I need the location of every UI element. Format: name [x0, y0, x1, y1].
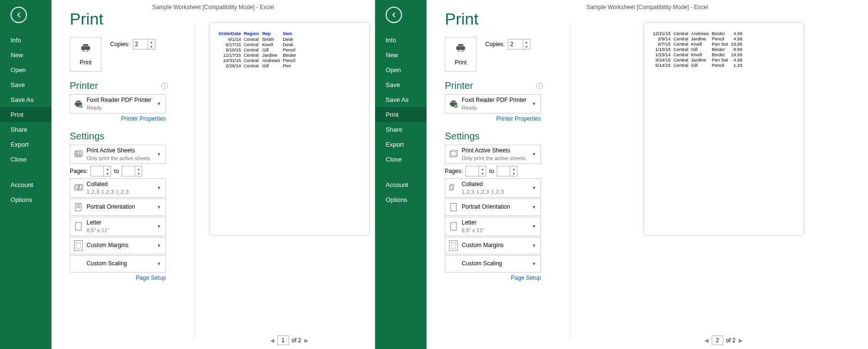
copies-spinner[interactable]: ▲▼: [508, 39, 530, 50]
print-button[interactable]: Print: [445, 37, 477, 72]
pages-to-spinner[interactable]: ▲▼: [497, 166, 517, 176]
sidebar-item-options[interactable]: Options: [0, 192, 51, 207]
back-button[interactable]: [386, 7, 402, 23]
sidebar-item-new[interactable]: New: [0, 48, 51, 62]
margins-dropdown[interactable]: Custom Margins ▼: [70, 237, 166, 254]
printer-dropdown[interactable]: Foxit Reader PDF Printer Ready ▼: [445, 94, 541, 113]
sidebar-item-info[interactable]: Info: [375, 33, 427, 48]
back-button[interactable]: [11, 7, 27, 23]
scaling-dropdown[interactable]: Custom Scaling ▼: [445, 255, 541, 273]
page-number-input[interactable]: [711, 336, 723, 345]
printer-dropdown[interactable]: Foxit Reader PDF Printer Ready ▼: [70, 94, 166, 113]
print-button[interactable]: Print: [70, 37, 101, 72]
orientation-label: Portrait Orientation: [462, 203, 532, 211]
print-what-dropdown[interactable]: Print Active Sheets Only print the activ…: [70, 145, 166, 164]
print-what-dropdown[interactable]: Print Active Sheets Only print the activ…: [445, 145, 541, 164]
prev-page-icon[interactable]: ◀: [704, 337, 708, 344]
spin-up-icon[interactable]: ▲: [135, 166, 142, 171]
chevron-down-icon: ▼: [532, 262, 541, 266]
spin-up-icon[interactable]: ▲: [148, 39, 155, 44]
preview-table: OrderDateRegionRepItem9/1/14CentralSmith…: [219, 31, 299, 68]
copies-input[interactable]: [508, 40, 523, 49]
pages-to-input[interactable]: [497, 167, 510, 175]
spin-down-icon[interactable]: ▼: [523, 44, 530, 49]
margins-label: Custom Margins: [87, 242, 157, 249]
sidebar-item-close[interactable]: Close: [0, 152, 51, 167]
spin-down-icon[interactable]: ▼: [104, 171, 111, 176]
spin-up-icon[interactable]: ▲: [104, 166, 111, 171]
sidebar-item-close[interactable]: Close: [375, 152, 427, 167]
pages-from-input[interactable]: [91, 167, 103, 175]
portrait-icon: [445, 203, 462, 212]
printer-name: Foxit Reader PDF Printer: [462, 97, 532, 104]
page-setup-link[interactable]: Page Setup: [445, 274, 541, 281]
paper-dropdown[interactable]: Letter 8.5" x 11" ▼: [445, 217, 541, 236]
sidebar-item-save-as[interactable]: Save As: [375, 92, 427, 107]
divider: [195, 23, 195, 339]
page-total: of 2: [726, 337, 735, 344]
spin-down-icon[interactable]: ▼: [148, 44, 155, 49]
spin-up-icon[interactable]: ▲: [479, 166, 486, 171]
sidebar-item-export[interactable]: Export: [375, 137, 427, 152]
svg-rect-7: [75, 186, 78, 190]
spin-down-icon[interactable]: ▼: [510, 171, 517, 176]
sidebar-item-print[interactable]: Print: [375, 107, 427, 122]
info-icon[interactable]: i: [536, 83, 543, 89]
scaling-dropdown[interactable]: Custom Scaling ▼: [70, 255, 166, 273]
print-what-title: Print Active Sheets: [462, 147, 532, 155]
page-setup-link[interactable]: Page Setup: [70, 274, 166, 281]
page-number-input[interactable]: [277, 336, 289, 345]
pages-to-spinner[interactable]: ▲▼: [122, 166, 142, 176]
pages-from-input[interactable]: [466, 167, 478, 175]
printer-name: Foxit Reader PDF Printer: [87, 97, 157, 104]
orientation-dropdown[interactable]: Portrait Orientation ▼: [445, 199, 541, 216]
sidebar-item-new[interactable]: New: [375, 48, 427, 62]
copies-spinner[interactable]: ▲ ▼: [133, 39, 155, 50]
orientation-dropdown[interactable]: Portrait Orientation ▼: [70, 199, 166, 216]
spin-down-icon[interactable]: ▼: [479, 171, 486, 176]
spin-up-icon[interactable]: ▲: [510, 166, 517, 171]
page-navigator: ◀ of 2 ▶: [270, 336, 308, 345]
printer-section-heading: Printer: [445, 80, 473, 91]
sidebar-item-save-as[interactable]: Save As: [0, 92, 51, 107]
sidebar-item-account[interactable]: Account: [0, 177, 51, 192]
spin-down-icon[interactable]: ▼: [135, 171, 142, 176]
svg-rect-11: [75, 203, 81, 211]
paper-title: Letter: [87, 219, 157, 227]
sidebar-item-share[interactable]: Share: [0, 122, 51, 137]
sidebar-item-info[interactable]: Info: [0, 33, 51, 48]
sidebar-item-save[interactable]: Save: [0, 77, 51, 92]
sidebar-item-open[interactable]: Open: [0, 62, 51, 77]
next-page-icon[interactable]: ▶: [304, 337, 308, 344]
info-icon[interactable]: i: [161, 83, 168, 89]
pages-from-spinner[interactable]: ▲▼: [465, 166, 486, 176]
chevron-down-icon: ▼: [157, 152, 165, 157]
pages-from-spinner[interactable]: ▲▼: [90, 166, 111, 176]
sidebar-item-save[interactable]: Save: [375, 77, 427, 92]
collated-dropdown[interactable]: Collated 1,2,3 1,2,3 1,2,3 ▼: [70, 178, 166, 198]
sidebar-item-print[interactable]: Print: [0, 107, 51, 122]
page-title: Print: [445, 10, 561, 28]
collated-sub: 1,2,3 1,2,3 1,2,3: [462, 188, 532, 195]
sidebar-item-export[interactable]: Export: [0, 137, 51, 152]
page-total: of 2: [291, 337, 301, 344]
spin-up-icon[interactable]: ▲: [523, 39, 530, 44]
sidebar-item-open[interactable]: Open: [375, 62, 427, 77]
printer-properties-link[interactable]: Printer Properties: [70, 115, 166, 122]
sidebar-item-share[interactable]: Share: [375, 122, 427, 137]
pages-to-input[interactable]: [122, 167, 135, 175]
margins-icon: [70, 240, 87, 251]
copies-input[interactable]: [133, 40, 148, 49]
sidebar-item-options[interactable]: Options: [375, 192, 427, 207]
paper-dropdown[interactable]: Letter 8.5" x 11" ▼: [70, 217, 166, 236]
collated-dropdown[interactable]: Collated 1,2,3 1,2,3 1,2,3 ▼: [445, 178, 541, 198]
chevron-down-icon: ▼: [157, 186, 165, 190]
page-navigator: ◀ of 2 ▶: [704, 336, 742, 345]
prev-page-icon[interactable]: ◀: [270, 337, 274, 344]
printer-properties-link[interactable]: Printer Properties: [445, 115, 541, 122]
paper-title: Letter: [462, 219, 532, 227]
margins-dropdown[interactable]: Custom Margins ▼: [445, 237, 541, 254]
next-page-icon[interactable]: ▶: [739, 337, 742, 344]
chevron-down-icon: ▼: [532, 243, 541, 248]
sidebar-item-account[interactable]: Account: [375, 177, 427, 192]
